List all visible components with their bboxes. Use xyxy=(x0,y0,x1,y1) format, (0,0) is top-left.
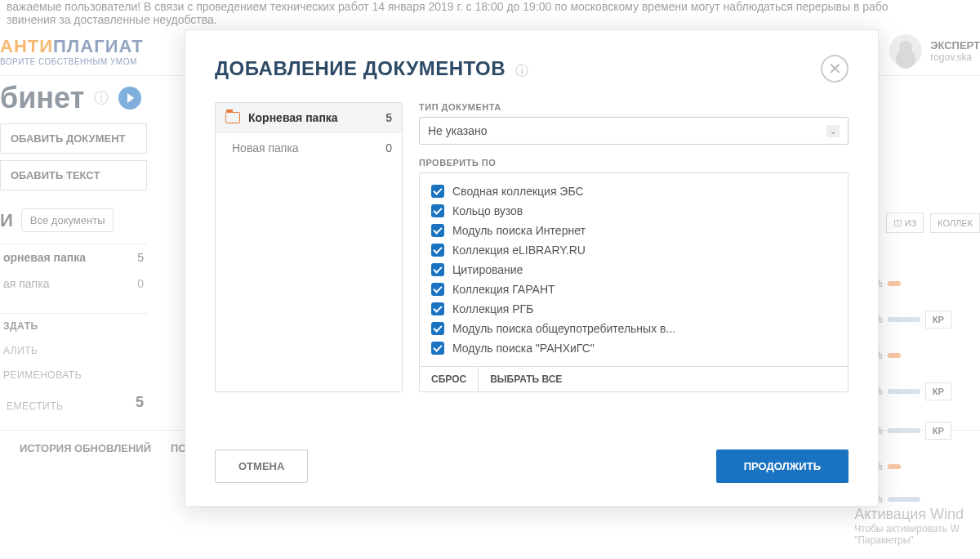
add-document-button: ОБАВИТЬ ДОКУМЕНТ xyxy=(0,123,147,154)
side-root-count: 5 xyxy=(137,251,144,264)
folder-item-child[interactable]: Новая папка 0 xyxy=(216,133,402,163)
checkbox-icon[interactable] xyxy=(431,185,444,198)
check-source-label: Модуль поиска Интернет xyxy=(452,224,586,237)
doc-type-label: ТИП ДОКУМЕНТА xyxy=(419,102,849,112)
check-source-label: Сводная коллекция ЭБС xyxy=(452,185,584,198)
logo: АНТИПЛАГИАТ ВОРИТЕ СОБСТВЕННЫМ УМОМ xyxy=(0,36,144,66)
page-title: бинет xyxy=(0,81,84,115)
folder-item-root[interactable]: Корневая папка 5 xyxy=(216,103,402,133)
chip-iz: ◫ ИЗ xyxy=(886,212,924,233)
banner-line1: важаемые пользователи! В связи с проведе… xyxy=(7,0,973,13)
check-source-item[interactable]: Модуль поиска общеупотребительных в... xyxy=(431,319,836,338)
side-total: 5 xyxy=(136,394,144,418)
check-source-item[interactable]: Коллекция РГБ xyxy=(431,299,836,319)
doc-type-select[interactable]: Не указано ⌄ xyxy=(419,117,849,145)
doc-type-value: Не указано xyxy=(428,124,488,137)
checkbox-icon[interactable] xyxy=(431,283,444,296)
check-by-label: ПРОВЕРИТЬ ПО xyxy=(419,158,849,168)
folder-icon xyxy=(225,112,240,123)
checkbox-icon[interactable] xyxy=(431,342,444,355)
logo-slogan: ВОРИТЕ СОБСТВЕННЫМ УМОМ xyxy=(0,57,144,66)
check-source-item[interactable]: Коллекция ГАРАНТ xyxy=(431,280,836,299)
user-area: ЭКСПЕРТ rogov.ska xyxy=(889,34,980,67)
check-source-item[interactable]: Модуль поиска Интернет xyxy=(431,221,836,240)
help-icon: ⓘ xyxy=(94,88,109,108)
avatar xyxy=(889,34,922,67)
windows-watermark: Активация Wind Чтобы активировать W "Пар… xyxy=(854,506,964,546)
footer-history: ИСТОРИЯ ОБНОВЛЕНИЙ xyxy=(20,442,151,454)
select-all-button[interactable]: ВЫБРАТЬ ВСЕ xyxy=(479,367,573,391)
folder-count: 0 xyxy=(385,141,392,154)
notice-banner: важаемые пользователи! В связи с проведе… xyxy=(0,0,980,26)
chevron-down-icon: ⌄ xyxy=(826,125,840,137)
side-child-count: 0 xyxy=(137,277,144,290)
help-icon[interactable]: ⓘ xyxy=(515,64,528,78)
chip-collection: КОЛЛЕК xyxy=(930,213,980,233)
check-source-item[interactable]: Модуль поиска "РАНХиГС" xyxy=(431,338,836,358)
add-text-button: ОБАВИТЬ ТЕКСТ xyxy=(0,160,147,190)
right-stats: % %КР % %КР %КР % % xyxy=(874,278,980,526)
check-source-item[interactable]: Сводная коллекция ЭБС xyxy=(431,181,836,201)
user-role: ЭКСПЕРТ xyxy=(930,39,980,51)
checkbox-icon[interactable] xyxy=(431,224,444,237)
checkbox-icon[interactable] xyxy=(431,322,444,335)
check-sources-panel: Сводная коллекция ЭБСКольцо вузовМодуль … xyxy=(419,172,849,392)
checkbox-icon[interactable] xyxy=(431,204,444,217)
check-source-label: Цитирование xyxy=(452,263,523,276)
check-source-label: Коллекция РГБ xyxy=(452,302,533,315)
folder-panel: Корневая папка 5 Новая папка 0 xyxy=(215,102,403,392)
modal-title: ДОБАВЛЕНИЕ ДОКУМЕНТОВ xyxy=(215,57,506,79)
check-source-label: Кольцо вузов xyxy=(452,204,523,217)
check-source-item[interactable]: Кольцо вузов xyxy=(431,201,836,221)
side-child-folder: ая папка xyxy=(3,277,49,290)
action-move: ЕМЕСТИТЬ xyxy=(3,394,66,418)
close-button[interactable]: ✕ xyxy=(821,55,849,83)
folder-name: Корневая папка xyxy=(248,111,385,124)
user-email: rogov.ska xyxy=(930,51,980,63)
reset-button[interactable]: СБРОС xyxy=(420,367,479,391)
checkbox-icon[interactable] xyxy=(431,302,444,315)
logo-plagiat: ПЛАГИАТ xyxy=(53,36,144,56)
logo-anti: АНТИ xyxy=(0,36,53,56)
check-source-label: Модуль поиска общеупотребительных в... xyxy=(452,322,675,335)
continue-button[interactable]: ПРОДОЛЖИТЬ xyxy=(716,449,849,483)
filter-chip-all: Все документы xyxy=(21,208,114,232)
filter-title: И xyxy=(0,210,13,231)
check-source-item[interactable]: Цитирование xyxy=(431,260,836,280)
side-root-folder: орневая папка xyxy=(3,251,86,264)
check-source-label: Коллекция eLIBRARY.RU xyxy=(452,244,586,257)
add-documents-modal: ДОБАВЛЕНИЕ ДОКУМЕНТОВ ⓘ ✕ Корневая папка… xyxy=(185,29,879,507)
banner-line2: звинения за доставленные неудобства. xyxy=(7,13,973,26)
folder-count: 5 xyxy=(385,111,392,124)
check-source-label: Коллекция ГАРАНТ xyxy=(452,283,555,296)
folder-name: Новая папка xyxy=(232,141,385,154)
check-source-item[interactable]: Коллекция eLIBRARY.RU xyxy=(431,240,836,260)
checkbox-icon[interactable] xyxy=(431,263,444,276)
cancel-button[interactable]: ОТМЕНА xyxy=(215,449,308,483)
play-icon xyxy=(118,87,141,110)
checkbox-icon[interactable] xyxy=(431,244,444,257)
check-source-label: Модуль поиска "РАНХиГС" xyxy=(452,342,595,355)
